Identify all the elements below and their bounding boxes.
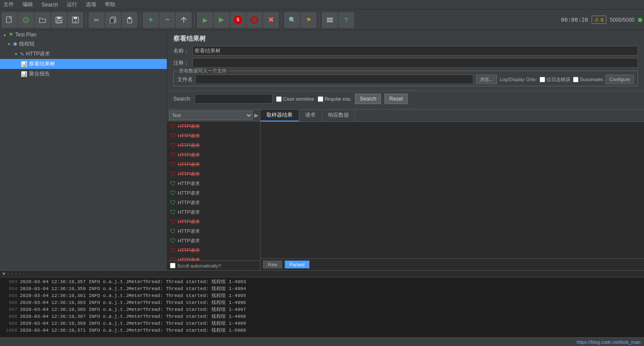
- search-button[interactable]: 🔍: [284, 12, 300, 28]
- configure-button[interactable]: Configure: [605, 75, 634, 84]
- cut-button[interactable]: ✂: [89, 12, 104, 28]
- request-list-item[interactable]: 🛡HTTP请求: [167, 198, 260, 207]
- log-num: 999: [2, 320, 17, 327]
- log-text: 2020-03-04 12:36:19,369 INFO o.a.j.t.JMe…: [20, 320, 246, 327]
- reset-button[interactable]: Reset: [384, 94, 407, 104]
- collapse-icon: ▲: [3, 33, 7, 37]
- sep3: [194, 13, 195, 26]
- tree-item-http-request[interactable]: ▼ ✎ HTTP请求: [0, 49, 167, 59]
- clear-all-button[interactable]: ✖: [263, 12, 279, 28]
- request-list-item[interactable]: 🛡HTTP请求: [167, 217, 260, 226]
- shutdown-button[interactable]: [247, 12, 262, 28]
- parsed-button[interactable]: Parsed: [285, 261, 309, 268]
- start-no-pause-button[interactable]: [214, 12, 229, 28]
- successes-label: Successes: [580, 77, 603, 82]
- tree-item-aggregate-report[interactable]: 📊 聚合报告: [0, 69, 167, 79]
- menu-options[interactable]: 选项: [84, 0, 98, 9]
- request-list-item[interactable]: 🛡HTTP请求: [167, 169, 260, 179]
- vrt-title: 察看结果树: [173, 35, 206, 42]
- remote-button[interactable]: ⚑: [301, 12, 316, 28]
- request-list-item[interactable]: 🛡HTTP请求: [167, 121, 260, 131]
- raw-button[interactable]: Raw: [263, 261, 282, 268]
- file-label: 文件名: [177, 76, 193, 83]
- request-list-item[interactable]: 🛡HTTP请求: [167, 160, 260, 169]
- name-input[interactable]: [192, 46, 638, 55]
- help-button[interactable]: ?: [338, 12, 354, 28]
- log-text: 2020-03-04 12:36:19,361 INFO o.a.j.t.JMe…: [20, 292, 246, 299]
- successes-checkbox[interactable]: [573, 77, 579, 82]
- case-sensitive-checkbox[interactable]: [276, 96, 282, 102]
- tree-item-view-results[interactable]: 📊 察看结果树: [0, 59, 167, 69]
- scroll-auto-row: Scroll automatically?: [167, 261, 260, 270]
- request-label: HTTP请求: [178, 123, 200, 130]
- tab-sampler-result[interactable]: 取样器结果: [260, 110, 299, 121]
- http-icon: ✎: [20, 51, 24, 57]
- search-input[interactable]: [195, 94, 273, 104]
- tab-request[interactable]: 请求: [299, 110, 322, 121]
- log-text: 2020-03-04 12:36:19,357 INFO o.a.j.t.JMe…: [20, 278, 246, 285]
- request-list-item[interactable]: 🛡HTTP请求: [167, 255, 260, 261]
- success-icon: 🛡: [170, 237, 176, 244]
- tree-item-thread-group[interactable]: ▼ ✱ 线程组: [0, 39, 167, 49]
- list-arrow[interactable]: ▶: [254, 112, 258, 118]
- menu-edit[interactable]: 编辑: [21, 0, 35, 9]
- menu-run[interactable]: 运行: [65, 0, 79, 9]
- aggregate-report-label: 聚合报告: [29, 70, 50, 78]
- open-button[interactable]: [35, 12, 50, 28]
- add-button[interactable]: +: [143, 12, 159, 28]
- browse-button[interactable]: 浏览...: [476, 75, 497, 84]
- expand-button[interactable]: [176, 12, 192, 28]
- request-list-item[interactable]: 🛡HTTP请求: [167, 245, 260, 255]
- search-button[interactable]: Search: [355, 94, 381, 104]
- vrt-header: 察看结果树: [167, 30, 644, 45]
- request-list-item[interactable]: 🛡HTTP请求: [167, 131, 260, 140]
- start-button[interactable]: ▶: [197, 12, 213, 28]
- menu-help[interactable]: 帮助: [103, 0, 117, 9]
- errors-checkbox[interactable]: [540, 77, 545, 82]
- copy-button[interactable]: [105, 12, 121, 28]
- request-list-item[interactable]: 🛡HTTP请求: [167, 236, 260, 245]
- toolbar-right: 00:00:28 ⚠ 0 5000/5000: [561, 16, 642, 24]
- regex-checkbox[interactable]: [318, 96, 323, 102]
- save-button[interactable]: [51, 12, 67, 28]
- tree-item-test-plan[interactable]: ▲ ⚑ Test Plan: [0, 30, 167, 39]
- errors-checkbox-item: 仅日志错误: [540, 76, 570, 83]
- log-text: 2020-03-04 12:36:19,359 INFO o.a.j.t.JMe…: [20, 285, 246, 292]
- comment-input[interactable]: [192, 58, 638, 68]
- new-button[interactable]: [2, 12, 17, 28]
- paste-button[interactable]: [122, 12, 137, 28]
- detail-tabs: 取样器结果 请求 响应数据: [260, 110, 644, 122]
- log-line: 9982020-03-04 12:36:19,367 INFO o.a.j.t.…: [2, 313, 642, 320]
- request-list-item[interactable]: 🛡HTTP请求: [167, 150, 260, 160]
- log-collapse-btn[interactable]: ▼: [2, 271, 6, 276]
- request-list-item[interactable]: 🛡HTTP请求: [167, 179, 260, 188]
- request-label: HTTP请求: [178, 190, 200, 196]
- save-as-button[interactable]: A: [68, 12, 83, 28]
- thread-collapse-icon: ▼: [7, 42, 11, 46]
- log-num: 993: [2, 278, 17, 285]
- svg-rect-17: [327, 18, 333, 19]
- menu-search[interactable]: Search: [40, 1, 60, 9]
- name-label: 名称：: [173, 47, 189, 55]
- request-list-item[interactable]: 🛡HTTP请求: [167, 207, 260, 217]
- thread-group-label: 线程组: [19, 40, 35, 48]
- request-list-item[interactable]: 🛡HTTP请求: [167, 188, 260, 198]
- templates-button[interactable]: T: [18, 12, 34, 28]
- fail-icon: 🛡: [170, 256, 176, 261]
- request-label: HTTP请求: [178, 199, 200, 206]
- tab-response-data[interactable]: 响应数据: [322, 110, 355, 121]
- fail-icon: 🛡: [170, 218, 176, 225]
- text-dropdown[interactable]: Text: [169, 111, 253, 120]
- sep4: [281, 13, 282, 26]
- right-panel: 察看结果树 名称： 注释： 所有数据写入一个文件 文件名 浏览... Log/D…: [167, 30, 644, 270]
- menu-file[interactable]: 文件: [2, 0, 16, 9]
- options-button[interactable]: [322, 12, 338, 28]
- file-input[interactable]: [195, 75, 473, 84]
- request-list-item[interactable]: 🛡HTTP请求: [167, 226, 260, 236]
- scroll-auto-checkbox[interactable]: [170, 263, 176, 268]
- stop-button[interactable]: S: [230, 12, 246, 28]
- remove-button[interactable]: −: [159, 12, 175, 28]
- request-label: HTTP请求: [178, 228, 200, 235]
- status-link[interactable]: https://blog.csdn.net/bob_man: [577, 339, 641, 345]
- request-list-item[interactable]: 🛡HTTP请求: [167, 140, 260, 150]
